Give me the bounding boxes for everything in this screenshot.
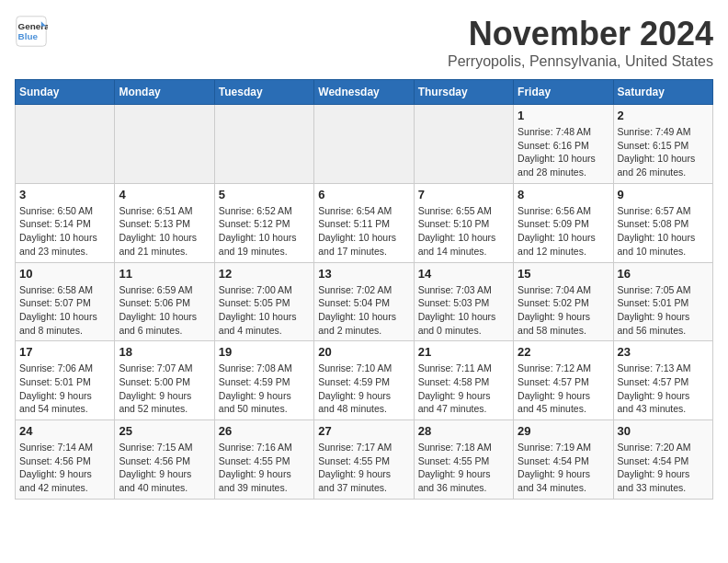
day-number: 6 (318, 188, 409, 201)
day-number: 1 (518, 109, 609, 122)
day-number: 11 (119, 267, 210, 281)
day-detail: Sunrise: 6:55 AM Sunset: 5:10 PM Dayligh… (418, 204, 509, 259)
day-number: 16 (618, 267, 709, 281)
calendar-cell: 21Sunrise: 7:11 AM Sunset: 4:58 PM Dayli… (414, 341, 513, 420)
day-detail: Sunrise: 7:16 AM Sunset: 4:55 PM Dayligh… (219, 441, 310, 495)
logo-icon: General Blue (15, 15, 48, 48)
day-number: 19 (219, 345, 310, 359)
calendar-cell: 29Sunrise: 7:19 AM Sunset: 4:54 PM Dayli… (514, 420, 613, 500)
weekday-header-wednesday: Wednesday (314, 80, 414, 105)
week-row-5: 24Sunrise: 7:14 AM Sunset: 4:56 PM Dayli… (16, 420, 713, 500)
weekday-header-monday: Monday (115, 80, 214, 105)
day-detail: Sunrise: 7:08 AM Sunset: 4:59 PM Dayligh… (219, 362, 310, 416)
day-detail: Sunrise: 7:03 AM Sunset: 5:03 PM Dayligh… (418, 283, 509, 338)
week-row-2: 3Sunrise: 6:50 AM Sunset: 5:14 PM Daylig… (16, 183, 713, 262)
calendar-cell: 18Sunrise: 7:07 AM Sunset: 5:00 PM Dayli… (115, 341, 214, 420)
day-detail: Sunrise: 7:11 AM Sunset: 4:58 PM Dayligh… (418, 362, 509, 416)
day-detail: Sunrise: 7:14 AM Sunset: 4:56 PM Dayligh… (19, 441, 110, 495)
calendar-cell: 26Sunrise: 7:16 AM Sunset: 4:55 PM Dayli… (214, 420, 313, 500)
day-detail: Sunrise: 6:57 AM Sunset: 5:08 PM Dayligh… (618, 204, 709, 259)
day-number: 24 (19, 424, 110, 438)
weekday-header-saturday: Saturday (613, 80, 712, 105)
day-number: 13 (318, 267, 409, 281)
day-number: 30 (618, 424, 709, 438)
day-detail: Sunrise: 7:02 AM Sunset: 5:04 PM Dayligh… (318, 283, 409, 338)
svg-text:General: General (18, 21, 48, 31)
calendar-cell: 27Sunrise: 7:17 AM Sunset: 4:55 PM Dayli… (314, 420, 414, 500)
day-detail: Sunrise: 7:48 AM Sunset: 6:16 PM Dayligh… (518, 125, 609, 179)
day-detail: Sunrise: 7:13 AM Sunset: 4:57 PM Dayligh… (618, 362, 709, 416)
day-detail: Sunrise: 7:06 AM Sunset: 5:01 PM Dayligh… (19, 362, 110, 416)
calendar-cell (16, 105, 115, 184)
day-number: 21 (418, 345, 509, 359)
weekday-header-thursday: Thursday (414, 80, 513, 105)
calendar-cell: 17Sunrise: 7:06 AM Sunset: 5:01 PM Dayli… (16, 341, 115, 420)
day-number: 4 (119, 188, 210, 201)
day-number: 14 (418, 267, 509, 281)
day-detail: Sunrise: 7:10 AM Sunset: 4:59 PM Dayligh… (318, 362, 409, 416)
day-detail: Sunrise: 7:05 AM Sunset: 5:01 PM Dayligh… (618, 283, 709, 338)
day-detail: Sunrise: 7:19 AM Sunset: 4:54 PM Dayligh… (518, 441, 609, 495)
calendar-table: SundayMondayTuesdayWednesdayThursdayFrid… (15, 79, 713, 500)
day-number: 5 (219, 188, 310, 201)
day-number: 8 (518, 188, 609, 201)
day-detail: Sunrise: 7:04 AM Sunset: 5:02 PM Dayligh… (518, 283, 609, 338)
day-number: 25 (119, 424, 210, 438)
day-number: 12 (219, 267, 310, 281)
day-number: 15 (518, 267, 609, 281)
day-detail: Sunrise: 6:59 AM Sunset: 5:06 PM Dayligh… (119, 283, 210, 338)
month-title: November 2024 (448, 15, 713, 53)
day-number: 29 (518, 424, 609, 438)
day-detail: Sunrise: 6:56 AM Sunset: 5:09 PM Dayligh… (518, 204, 609, 259)
calendar-cell (214, 105, 313, 184)
calendar-cell: 9Sunrise: 6:57 AM Sunset: 5:08 PM Daylig… (613, 183, 712, 262)
weekday-header-sunday: Sunday (16, 80, 115, 105)
day-detail: Sunrise: 6:51 AM Sunset: 5:13 PM Dayligh… (119, 204, 210, 259)
day-detail: Sunrise: 7:49 AM Sunset: 6:15 PM Dayligh… (618, 125, 709, 179)
calendar-cell: 4Sunrise: 6:51 AM Sunset: 5:13 PM Daylig… (115, 183, 214, 262)
day-number: 7 (418, 188, 509, 201)
calendar-cell: 12Sunrise: 7:00 AM Sunset: 5:05 PM Dayli… (214, 262, 313, 341)
location-title: Perryopolis, Pennsylvania, United States (448, 53, 713, 70)
calendar-cell: 11Sunrise: 6:59 AM Sunset: 5:06 PM Dayli… (115, 262, 214, 341)
calendar-cell (115, 105, 214, 184)
day-detail: Sunrise: 7:17 AM Sunset: 4:55 PM Dayligh… (318, 441, 409, 495)
day-detail: Sunrise: 7:00 AM Sunset: 5:05 PM Dayligh… (219, 283, 310, 338)
day-number: 28 (418, 424, 509, 438)
logo: General Blue (15, 15, 51, 48)
day-number: 10 (19, 267, 110, 281)
calendar-cell: 20Sunrise: 7:10 AM Sunset: 4:59 PM Dayli… (314, 341, 414, 420)
calendar-cell (414, 105, 513, 184)
day-detail: Sunrise: 7:15 AM Sunset: 4:56 PM Dayligh… (119, 441, 210, 495)
day-detail: Sunrise: 7:12 AM Sunset: 4:57 PM Dayligh… (518, 362, 609, 416)
calendar-cell: 13Sunrise: 7:02 AM Sunset: 5:04 PM Dayli… (314, 262, 414, 341)
day-detail: Sunrise: 6:54 AM Sunset: 5:11 PM Dayligh… (318, 204, 409, 259)
day-detail: Sunrise: 6:52 AM Sunset: 5:12 PM Dayligh… (219, 204, 310, 259)
weekday-header-row: SundayMondayTuesdayWednesdayThursdayFrid… (16, 80, 713, 105)
week-row-3: 10Sunrise: 6:58 AM Sunset: 5:07 PM Dayli… (16, 262, 713, 341)
calendar-cell: 8Sunrise: 6:56 AM Sunset: 5:09 PM Daylig… (514, 183, 613, 262)
weekday-header-tuesday: Tuesday (214, 80, 313, 105)
day-number: 20 (318, 345, 409, 359)
calendar-cell: 14Sunrise: 7:03 AM Sunset: 5:03 PM Dayli… (414, 262, 513, 341)
calendar-cell: 22Sunrise: 7:12 AM Sunset: 4:57 PM Dayli… (514, 341, 613, 420)
day-detail: Sunrise: 6:58 AM Sunset: 5:07 PM Dayligh… (19, 283, 110, 338)
week-row-4: 17Sunrise: 7:06 AM Sunset: 5:01 PM Dayli… (16, 341, 713, 420)
calendar-cell: 28Sunrise: 7:18 AM Sunset: 4:55 PM Dayli… (414, 420, 513, 500)
week-row-1: 1Sunrise: 7:48 AM Sunset: 6:16 PM Daylig… (16, 105, 713, 184)
day-number: 17 (19, 345, 110, 359)
day-number: 22 (518, 345, 609, 359)
page-header: General Blue November 2024 Perryopolis, … (15, 15, 713, 70)
day-number: 18 (119, 345, 210, 359)
day-number: 26 (219, 424, 310, 438)
calendar-cell: 5Sunrise: 6:52 AM Sunset: 5:12 PM Daylig… (214, 183, 313, 262)
calendar-cell: 16Sunrise: 7:05 AM Sunset: 5:01 PM Dayli… (613, 262, 712, 341)
calendar-cell (314, 105, 414, 184)
day-detail: Sunrise: 7:07 AM Sunset: 5:00 PM Dayligh… (119, 362, 210, 416)
day-number: 27 (318, 424, 409, 438)
calendar-cell: 24Sunrise: 7:14 AM Sunset: 4:56 PM Dayli… (16, 420, 115, 500)
day-number: 3 (19, 188, 110, 201)
calendar-cell: 25Sunrise: 7:15 AM Sunset: 4:56 PM Dayli… (115, 420, 214, 500)
calendar-cell: 1Sunrise: 7:48 AM Sunset: 6:16 PM Daylig… (514, 105, 613, 184)
calendar-cell: 30Sunrise: 7:20 AM Sunset: 4:54 PM Dayli… (613, 420, 712, 500)
